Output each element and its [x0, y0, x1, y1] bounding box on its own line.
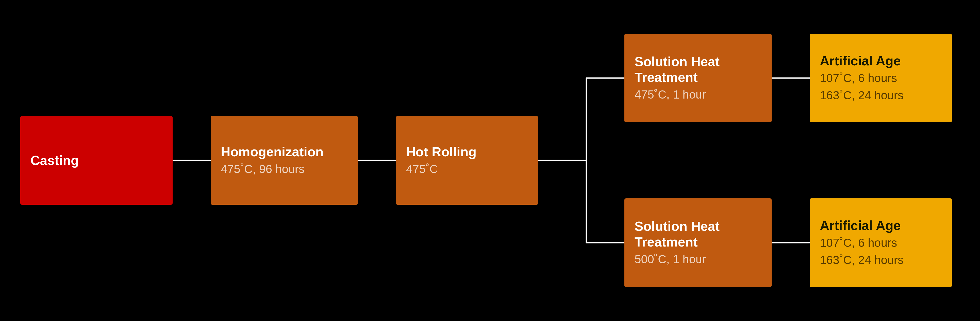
diagram-container: Casting Homogenization 475˚C, 96 hours H… — [0, 0, 980, 321]
casting-box: Casting — [20, 116, 173, 205]
homogenization-box: Homogenization 475˚C, 96 hours — [211, 116, 358, 205]
artificial-age-bottom-box: Artificial Age 107˚C, 6 hours 163˚C, 24 … — [810, 198, 952, 287]
hot-rolling-subtitle: 475˚C — [406, 162, 438, 177]
solution-heat-bottom-subtitle: 500˚C, 1 hour — [635, 252, 706, 267]
homogenization-subtitle: 475˚C, 96 hours — [221, 162, 305, 177]
artificial-age-top-box: Artificial Age 107˚C, 6 hours 163˚C, 24 … — [810, 34, 952, 122]
hot-rolling-title: Hot Rolling — [406, 144, 476, 160]
artificial-age-top-subtitle-2: 163˚C, 24 hours — [820, 88, 904, 103]
artificial-age-top-title: Artificial Age — [820, 53, 901, 69]
artificial-age-top-subtitle-1: 107˚C, 6 hours — [820, 71, 897, 86]
solution-heat-bottom-title: Solution Heat Treatment — [635, 218, 762, 250]
solution-heat-top-title: Solution Heat Treatment — [635, 54, 762, 85]
solution-heat-bottom-box: Solution Heat Treatment 500˚C, 1 hour — [624, 198, 772, 287]
artificial-age-bottom-subtitle-2: 163˚C, 24 hours — [820, 253, 904, 268]
casting-title: Casting — [30, 152, 79, 168]
artificial-age-bottom-subtitle-1: 107˚C, 6 hours — [820, 236, 897, 251]
solution-heat-top-box: Solution Heat Treatment 475˚C, 1 hour — [624, 34, 772, 122]
homogenization-title: Homogenization — [221, 144, 323, 160]
artificial-age-bottom-title: Artificial Age — [820, 218, 901, 233]
hot-rolling-box: Hot Rolling 475˚C — [396, 116, 538, 205]
solution-heat-top-subtitle: 475˚C, 1 hour — [635, 87, 706, 102]
